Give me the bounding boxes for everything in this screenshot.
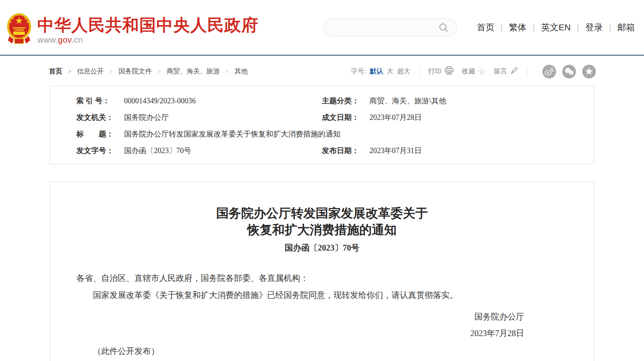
- site-title[interactable]: 中华人民共和国中央人民政府: [37, 16, 258, 34]
- font-size-default[interactable]: 默认: [370, 67, 383, 76]
- gov-cn-page: 中华人民共和国中央人民政府 www.gov.cn 首页 繁体 英文EN 登录 邮…: [0, 0, 644, 361]
- meta-category-value: 商贸、海关、旅游\其他: [369, 93, 586, 109]
- search-icon[interactable]: [438, 22, 449, 35]
- toolbar-separator: |: [419, 68, 420, 75]
- wechat-icon[interactable]: [562, 65, 576, 78]
- national-emblem-icon[interactable]: [6, 12, 32, 46]
- meta-category-label: 主题分类：: [322, 93, 369, 109]
- nav-english[interactable]: 英文EN: [526, 22, 571, 33]
- comment-button[interactable]: 留言: [494, 66, 518, 76]
- breadcrumb: 首页 信息公开 国务院文件 商贸、海关、旅游 其他: [49, 67, 248, 76]
- nav-home[interactable]: 首页: [477, 22, 494, 33]
- site-url[interactable]: www.gov.cn: [37, 35, 258, 45]
- breadcrumb-other[interactable]: 其他: [235, 67, 248, 76]
- meta-docno-label: 发文字号：: [76, 142, 124, 159]
- breadcrumb-state-council-docs[interactable]: 国务院文件: [119, 67, 167, 76]
- nav-traditional[interactable]: 繁体: [494, 22, 526, 33]
- document-metadata-box: 索 引 号： 000014349/2023-00036 主题分类： 商贸、海关、…: [50, 86, 594, 164]
- meta-index-value: 000014349/2023-00036: [124, 93, 322, 109]
- search-input[interactable]: [333, 19, 437, 36]
- print-button[interactable]: 打印: [428, 66, 454, 76]
- document-title: 国务院办公厅转发国家发展改革委关于 恢复和扩大消费措施的通知: [50, 205, 594, 238]
- comment-label: 留言: [494, 67, 507, 76]
- meta-docno-value: 国办函〔2023〕70号: [124, 142, 322, 159]
- print-label: 打印: [428, 67, 442, 76]
- meta-written-date-value: 2023年07月28日: [369, 109, 586, 126]
- meta-written-date-label: 成文日期：: [322, 109, 369, 126]
- document-title-line2: 恢复和扩大消费措施的通知: [248, 223, 397, 237]
- document-sign-date: 2023年7月28日: [76, 327, 568, 339]
- document-title-line1: 国务院办公厅转发国家发展改革委关于: [216, 206, 428, 220]
- meta-issuer-value: 国务院办公厅: [124, 109, 322, 126]
- page-toolbar: 字号: 默认 大 超大 | 打印 收藏 ☆: [351, 65, 596, 78]
- document-salutation: 各省、自治区、直辖市人民政府，国务院各部委、各直属机构：: [76, 272, 568, 284]
- font-size-xlarge[interactable]: 超大: [397, 67, 411, 76]
- favorite-button[interactable]: 收藏 ☆: [462, 67, 486, 76]
- site-header: 中华人民共和国中央人民政府 www.gov.cn 首页 繁体 英文EN 登录 邮…: [0, 0, 644, 55]
- meta-title-value: 国务院办公厅转发国家发展改革委关于恢复和扩大消费措施的通知: [124, 126, 586, 142]
- meta-index-label: 索 引 号：: [76, 93, 124, 109]
- favorite-label: 收藏: [462, 67, 475, 76]
- meta-publish-date-label: 发布日期：: [322, 142, 369, 159]
- printer-icon: [445, 66, 454, 76]
- breadcrumb-info-disclosure[interactable]: 信息公开: [77, 67, 119, 76]
- document-body: 各省、自治区、直辖市人民政府，国务院各部委、各直属机构： 国家发展改革委《关于恢…: [76, 272, 568, 357]
- favorite-star-icon: ☆: [478, 67, 486, 76]
- top-nav: 首页 繁体 英文EN 登录 邮箱: [477, 22, 635, 33]
- meta-publish-date-value: 2023年07月31日: [369, 142, 586, 159]
- breadcrumb-toolbar-row: 首页 信息公开 国务院文件 商贸、海关、旅游 其他 字号: 默认 大 超大 | …: [49, 64, 596, 79]
- weibo-icon[interactable]: [542, 65, 556, 78]
- font-size-large[interactable]: 大: [387, 67, 394, 76]
- font-size-label: 字号:: [351, 67, 366, 76]
- breadcrumb-home[interactable]: 首页: [49, 67, 77, 76]
- nav-mailbox[interactable]: 邮箱: [603, 22, 635, 33]
- header-divider: [0, 55, 644, 56]
- search-box: [323, 18, 457, 36]
- document-content-box: 国务院办公厅转发国家发展改革委关于 恢复和扩大消费措施的通知 国办函〔2023〕…: [50, 181, 594, 361]
- document-signer: 国务院办公厅: [76, 310, 568, 323]
- toolbar-separator: |: [527, 68, 528, 75]
- meta-title-label: 标 题：: [76, 126, 124, 142]
- document-number: 国办函〔2023〕70号: [50, 242, 594, 254]
- share-star-icon[interactable]: [582, 65, 596, 78]
- nav-login[interactable]: 登录: [571, 22, 603, 33]
- metadata-grid: 索 引 号： 000014349/2023-00036 主题分类： 商贸、海关、…: [50, 86, 594, 159]
- breadcrumb-commerce-customs-tourism[interactable]: 商贸、海关、旅游: [167, 67, 235, 76]
- site-identity: 中华人民共和国中央人民政府 www.gov.cn: [37, 16, 258, 45]
- document-public-note: （此件公开发布）: [76, 345, 568, 357]
- pencil-icon: [510, 66, 518, 76]
- meta-issuer-label: 发文机关：: [76, 109, 124, 126]
- document-paragraph: 国家发展改革委《关于恢复和扩大消费的措施》已经国务院同意，现转发给你们，请认真贯…: [76, 289, 568, 301]
